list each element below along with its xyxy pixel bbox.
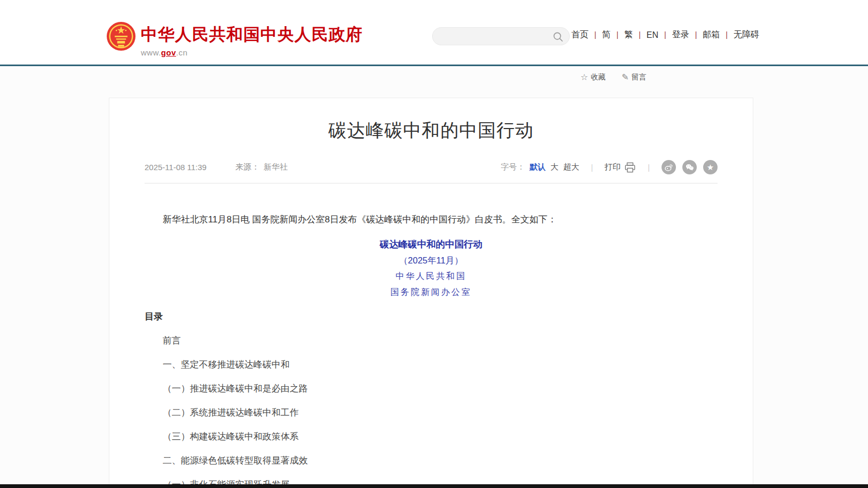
- nav-accessibility[interactable]: 无障碍: [734, 29, 759, 41]
- fontsize-label: 字号：: [501, 162, 525, 172]
- wechat-icon: [684, 162, 695, 172]
- url-www: www.: [141, 48, 161, 57]
- article-title: 碳达峰碳中和的中国行动: [145, 116, 718, 144]
- weibo-icon: [664, 162, 674, 172]
- meta-row: 2025-11-08 11:39 来源： 新华社 字号： 默认 大 超大 | 打…: [145, 160, 718, 183]
- nav-login[interactable]: 登录: [672, 29, 689, 41]
- doc-date: （2025年11月）: [145, 252, 718, 268]
- url-gov: gov: [161, 48, 176, 57]
- fontsize-xlarge-button[interactable]: 超大: [563, 162, 579, 172]
- national-emblem-icon: [106, 21, 136, 51]
- qzone-star-icon: ★: [707, 163, 714, 171]
- fontsize-default-button[interactable]: 默认: [530, 162, 546, 172]
- share-weibo-button[interactable]: [662, 160, 676, 174]
- pencil-icon: ✎: [622, 72, 628, 82]
- page: 中华人民共和国中央人民政府 www.gov.cn 首页 | 简 | 繁 | EN…: [0, 0, 868, 488]
- nav-simplified[interactable]: 简: [602, 29, 611, 41]
- source-label: 来源：: [235, 162, 259, 172]
- nav-english[interactable]: EN: [647, 30, 658, 40]
- print-label: 打印: [604, 162, 620, 172]
- doc-author-line: 国务院新闻办公室: [145, 284, 718, 300]
- favorite-label: 收藏: [591, 73, 606, 82]
- site-url: www.gov.cn: [141, 48, 363, 57]
- nav-separator: |: [594, 30, 596, 39]
- publish-date: 2025-11-08 11:39: [145, 163, 206, 172]
- site-header: 中华人民共和国中央人民政府 www.gov.cn 首页 | 简 | 繁 | EN…: [0, 0, 868, 65]
- toc-item: 前言: [145, 333, 718, 349]
- search-icon[interactable]: [553, 31, 563, 42]
- page-actions: ☆ 收藏 ✎ 留言: [580, 72, 647, 82]
- share-qzone-button[interactable]: ★: [703, 160, 718, 174]
- toc-item: （三）构建碳达峰碳中和政策体系: [145, 429, 718, 445]
- meta-separator: |: [648, 163, 650, 172]
- doc-author-line: 中华人民共和国: [145, 268, 718, 284]
- favorite-button[interactable]: ☆ 收藏: [580, 72, 606, 82]
- star-icon: ☆: [580, 72, 588, 82]
- nav-traditional[interactable]: 繁: [624, 29, 633, 41]
- doc-title: 碳达峰碳中和的中国行动: [145, 236, 718, 252]
- share-wechat-button[interactable]: [682, 160, 697, 174]
- comment-label: 留言: [632, 73, 647, 82]
- nav-separator: |: [664, 30, 666, 39]
- site-title: 中华人民共和国中央人民政府: [141, 23, 363, 46]
- meta-left: 2025-11-08 11:39 来源： 新华社: [145, 162, 288, 172]
- nav-separator: |: [639, 30, 641, 39]
- search-box[interactable]: [432, 27, 570, 45]
- content-area: ☆ 收藏 ✎ 留言 碳达峰碳中和的中国行动 2025-11-08 11:39 来…: [0, 66, 868, 484]
- meta-right: 字号： 默认 大 超大 | 打印 |: [501, 160, 718, 174]
- print-button[interactable]: 打印: [604, 162, 636, 173]
- site-identity: 中华人民共和国中央人民政府 www.gov.cn: [141, 23, 363, 57]
- nav-separator: |: [695, 30, 697, 39]
- article-card: 碳达峰碳中和的中国行动 2025-11-08 11:39 来源： 新华社 字号：…: [109, 98, 753, 488]
- comment-button[interactable]: ✎ 留言: [622, 72, 646, 82]
- toc-item: （二）系统推进碳达峰碳中和工作: [145, 405, 718, 421]
- nav-mail[interactable]: 邮箱: [703, 29, 720, 41]
- intro-paragraph: 新华社北京11月8日电 国务院新闻办公室8日发布《碳达峰碳中和的中国行动》白皮书…: [145, 211, 718, 228]
- meta-separator: |: [591, 163, 593, 172]
- printer-icon: [624, 162, 636, 173]
- bottom-bar: [0, 484, 868, 488]
- nav-home[interactable]: 首页: [571, 29, 588, 41]
- nav-separator: |: [617, 30, 619, 39]
- toc-item: 二、能源绿色低碳转型取得显著成效: [145, 453, 718, 469]
- article-body: 新华社北京11月8日电 国务院新闻办公室8日发布《碳达峰碳中和的中国行动》白皮书…: [145, 211, 718, 488]
- fontsize-large-button[interactable]: 大: [551, 162, 559, 172]
- top-nav: 首页 | 简 | 繁 | EN | 登录 | 邮箱 | 无障碍: [571, 29, 759, 41]
- share-icons: ★: [662, 160, 718, 174]
- toc-heading: 目录: [145, 309, 718, 325]
- nav-separator: |: [726, 30, 728, 39]
- toc-item: （一）推进碳达峰碳中和是必由之路: [145, 381, 718, 397]
- source-value: 新华社: [264, 162, 288, 172]
- search-input[interactable]: [433, 28, 569, 45]
- url-cn: .cn: [176, 48, 188, 57]
- toc-item: 一、坚定不移推进碳达峰碳中和: [145, 357, 718, 373]
